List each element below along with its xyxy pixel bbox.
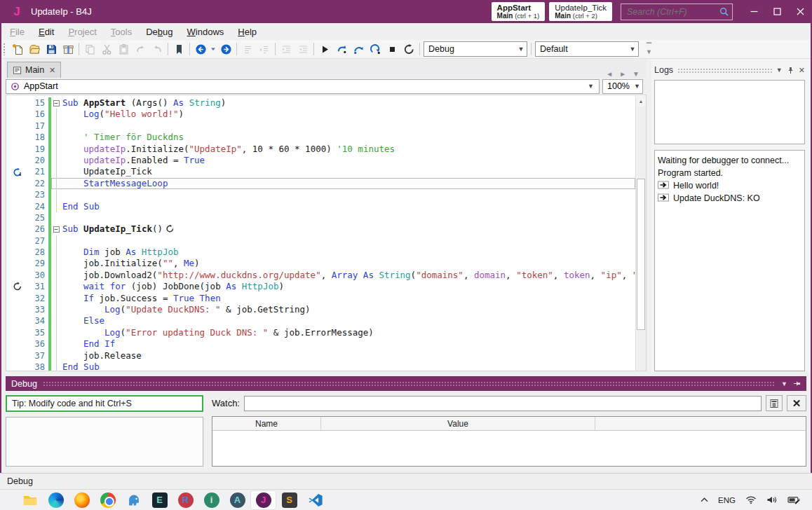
code-line[interactable]: 29job.Initialize("", Me) xyxy=(6,258,635,269)
line-number[interactable]: 35 xyxy=(29,327,47,338)
line-number[interactable]: 36 xyxy=(29,338,47,350)
code-line[interactable]: 28Dim job As HttpJob xyxy=(6,247,635,258)
line-number[interactable]: 15 xyxy=(29,97,47,109)
line-number[interactable]: 31 xyxy=(29,281,47,292)
code-text[interactable]: updateIp.Enabled = True xyxy=(62,155,635,166)
search-input[interactable] xyxy=(627,7,719,17)
code-line[interactable]: 15−Sub AppStart (Args() As String) xyxy=(6,97,635,109)
hidden-icons-chevron-icon[interactable] xyxy=(701,497,708,502)
quick-tab-appstart[interactable]: AppStart Main (ctrl + 1) xyxy=(492,2,546,21)
logs-output[interactable]: Waiting for debugger to connect...Progra… xyxy=(654,150,805,371)
pin-icon[interactable] xyxy=(787,67,794,74)
code-text[interactable]: Log("Error updating Duck DNS: " & job.Er… xyxy=(62,327,635,338)
run-configuration-combo[interactable]: Default ▼ xyxy=(535,41,639,57)
code-line[interactable]: 20updateIp.Enabled = True xyxy=(6,155,635,166)
code-line[interactable]: 22StartMessageLoop xyxy=(6,178,635,189)
line-number[interactable]: 16 xyxy=(29,109,47,120)
tab-close-icon[interactable]: ✕ xyxy=(49,66,55,75)
watch-column-extra[interactable] xyxy=(595,417,806,430)
code-text[interactable]: Sub UpdateIp_Tick() xyxy=(62,223,635,235)
maximize-button[interactable] xyxy=(766,0,789,23)
code-line[interactable]: 18' Timer för Duckdns xyxy=(6,132,635,143)
logs-filter-box[interactable] xyxy=(654,80,805,144)
volume-icon[interactable] xyxy=(766,495,778,504)
taskbar-edge-icon[interactable] xyxy=(43,490,69,510)
code-text[interactable]: wait for (job) JobDone(job As HttpJob) xyxy=(62,281,635,292)
code-text[interactable]: Log("Hello world!") xyxy=(62,109,635,120)
code-text[interactable]: Log("Update DuckDNS: " & job.GetString) xyxy=(62,304,635,315)
taskbar-file-explorer-icon[interactable] xyxy=(17,490,43,510)
panel-splitter[interactable] xyxy=(647,59,651,371)
line-number[interactable]: 30 xyxy=(29,270,47,281)
panel-menu-caret-icon[interactable]: ▼ xyxy=(776,67,783,74)
code-text[interactable]: job.Release xyxy=(62,350,635,361)
watch-clear-button[interactable]: ✕ xyxy=(787,395,806,411)
language-indicator[interactable]: ENG xyxy=(718,496,736,504)
line-number[interactable]: 17 xyxy=(29,120,47,132)
code-line[interactable]: 25 xyxy=(6,212,635,223)
editor-scrollbar[interactable]: ▲ xyxy=(635,96,646,371)
watch-input[interactable] xyxy=(244,396,762,411)
code-text[interactable]: job.Download2("http://www.duckdns.org/up… xyxy=(62,270,635,281)
code-line[interactable]: 30job.Download2("http://www.duckdns.org/… xyxy=(6,270,635,281)
code-line[interactable]: 31wait for (job) JobDone(job As HttpJob) xyxy=(6,281,635,292)
line-number[interactable]: 22 xyxy=(29,178,47,189)
menu-windows[interactable]: Windows xyxy=(180,25,231,39)
line-number[interactable]: 20 xyxy=(29,155,47,166)
code-text[interactable]: UpdateIp_Tick xyxy=(62,166,635,177)
scrollbar-up-icon[interactable]: ▲ xyxy=(636,96,646,106)
tab-scroll-right-icon[interactable]: ► xyxy=(619,70,626,78)
line-number[interactable]: 34 xyxy=(29,315,47,326)
taskbar-vscode-icon[interactable] xyxy=(302,490,328,510)
bookmark-button[interactable] xyxy=(170,41,187,57)
line-number[interactable]: 38 xyxy=(29,361,47,371)
line-number[interactable]: 23 xyxy=(29,189,47,200)
code-text[interactable]: job.Initialize("", Me) xyxy=(62,258,635,269)
code-line[interactable]: 35Log("Error updating Duck DNS: " & job.… xyxy=(6,327,635,338)
code-line[interactable]: 16Log("Hello world!") xyxy=(6,109,635,120)
tab-main[interactable]: Main ✕ xyxy=(7,62,61,78)
code-line[interactable]: 19updateIp.Initialize("UpdateIp", 10 * 6… xyxy=(6,144,635,155)
code-text[interactable] xyxy=(62,235,635,247)
taskbar-chrome-icon[interactable] xyxy=(95,490,121,510)
line-number[interactable]: 37 xyxy=(29,350,47,361)
line-number[interactable]: 19 xyxy=(29,144,47,155)
panel-drag-handle[interactable] xyxy=(677,68,772,73)
code-editor[interactable]: 15−Sub AppStart (Args() As String)16Log(… xyxy=(6,95,647,371)
line-number[interactable]: 33 xyxy=(29,304,47,315)
sub-selector-combo[interactable]: AppStart ▼ xyxy=(6,79,600,94)
code-line[interactable]: 32If job.Success = True Then xyxy=(6,293,635,304)
fold-marker-icon[interactable]: − xyxy=(53,226,60,233)
taskbar-sublime-icon[interactable]: S xyxy=(276,490,302,510)
code-line[interactable]: 36End If xyxy=(6,338,635,350)
watch-evaluate-button[interactable] xyxy=(766,395,783,411)
tab-scroll-left-icon[interactable]: ◄ xyxy=(606,70,613,78)
open-folder-button[interactable] xyxy=(26,41,43,57)
panel-close-icon[interactable]: ✕ xyxy=(799,66,805,75)
code-line[interactable]: 38End Sub xyxy=(6,361,635,371)
code-text[interactable]: End Sub xyxy=(62,201,635,212)
code-line[interactable]: 33Log("Update DuckDNS: " & job.GetString… xyxy=(6,304,635,315)
code-line[interactable]: 34Else xyxy=(6,315,635,326)
save-button[interactable] xyxy=(43,41,60,57)
code-text[interactable]: Else xyxy=(62,315,635,326)
code-line[interactable]: 27 xyxy=(6,235,635,247)
watch-column-value[interactable]: Value xyxy=(321,417,595,430)
line-number[interactable]: 28 xyxy=(29,247,47,258)
code-line[interactable]: 37job.Release xyxy=(6,350,635,361)
menu-help[interactable]: Help xyxy=(231,25,264,39)
step-out-button[interactable] xyxy=(367,41,384,57)
line-number[interactable]: 24 xyxy=(29,201,47,212)
code-text[interactable]: updateIp.Initialize("UpdateIp", 10 * 60 … xyxy=(62,144,635,155)
menu-debug[interactable]: Debug xyxy=(139,25,180,39)
step-over-button[interactable] xyxy=(350,41,367,57)
code-text[interactable] xyxy=(62,120,635,132)
package-button[interactable] xyxy=(60,41,76,57)
code-line[interactable]: 17 xyxy=(6,120,635,132)
battery-pen-icon[interactable] xyxy=(787,495,801,504)
nav-forward-button[interactable] xyxy=(217,41,234,57)
code-text[interactable] xyxy=(62,189,635,200)
toolbar-overflow-icon[interactable]: ▔▼ xyxy=(646,43,652,55)
zoom-combo[interactable]: 100% ▼ xyxy=(602,79,643,94)
line-number[interactable]: 27 xyxy=(29,235,47,247)
